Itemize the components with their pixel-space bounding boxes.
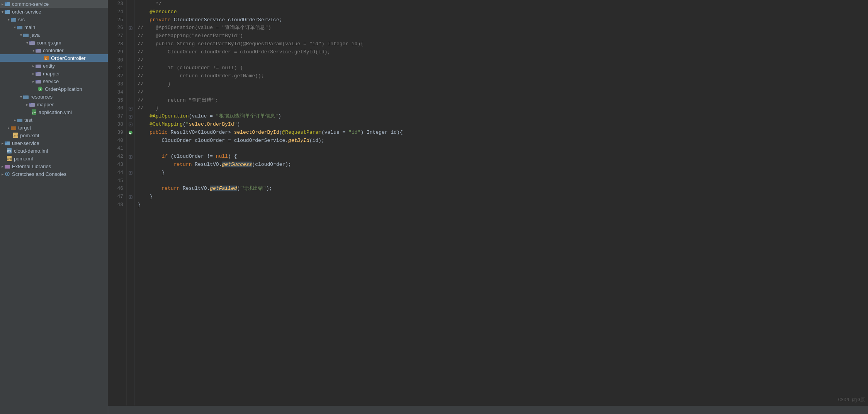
tree-item-label: OrderApplication — [45, 86, 82, 92]
code-line-42: if (cloudOrder != null) { — [138, 153, 868, 161]
gutter-24 — [127, 8, 134, 16]
gutter-38 — [127, 121, 134, 129]
gutter-28 — [127, 40, 134, 48]
tree-item-label: pom.xml — [20, 133, 39, 138]
code-line-33: // } — [138, 80, 868, 89]
gutter-35 — [127, 97, 134, 105]
tree-item-label: cloud-demo.iml — [14, 148, 48, 154]
sidebar-item-mapper2[interactable]: mapper — [0, 101, 108, 108]
gutter-44 — [127, 169, 134, 177]
line-number-45: 45 — [114, 177, 123, 185]
line-number-43: 43 — [114, 161, 123, 169]
code-content[interactable]: */ @Resource private CloudOrderService c… — [134, 0, 868, 405]
sidebar-item-ext-libraries[interactable]: External Libraries — [0, 162, 108, 170]
gutter-37 — [127, 112, 134, 121]
line-number-35: 35 — [114, 97, 123, 105]
code-line-34: // — [138, 89, 868, 97]
code-line-24: @Resource — [138, 8, 868, 16]
tree-item-label: mapper — [43, 71, 60, 77]
gutter-27 — [127, 32, 134, 40]
sidebar-item-OrderApplication[interactable]: JOrderApplication — [0, 85, 108, 93]
svg-text:yml: yml — [32, 111, 36, 114]
folder-icon — [17, 117, 23, 123]
sidebar-item-entity[interactable]: entity — [0, 62, 108, 70]
tree-item-label: contorller — [43, 48, 63, 53]
tree-item-label: OrderController — [51, 55, 86, 61]
sidebar-item-test[interactable]: test — [0, 116, 108, 124]
code-editor: 2324252627282930313233343536373839404142… — [108, 0, 868, 414]
sidebar-item-order-service[interactable]: order-service — [0, 8, 108, 15]
svg-text:J: J — [39, 88, 41, 91]
svg-rect-11 — [29, 41, 31, 42]
tree-item-label: target — [18, 125, 31, 131]
tree-item-label: test — [24, 117, 32, 123]
sidebar-item-scratches[interactable]: Scratches and Consoles — [0, 170, 108, 178]
file-tree: common-serviceorder-servicesrcmainjavaco… — [0, 0, 108, 414]
line-number-25: 25 — [114, 16, 123, 24]
folder-icon — [10, 16, 17, 22]
line-number-26: 26 — [114, 24, 123, 32]
tree-arrow — [2, 2, 3, 6]
folder-icon — [17, 24, 23, 30]
ext-icon — [4, 163, 10, 169]
sidebar-item-common-service[interactable]: common-service — [0, 0, 108, 8]
code-line-40: CloudOrder cloudOrder = cloudOrderServic… — [138, 137, 868, 145]
code-line-25: private CloudOrderService cloudOrderServ… — [138, 16, 868, 24]
code-line-27: // @GetMapping("selectPartById") — [138, 32, 868, 40]
sidebar-item-OrderController[interactable]: COrderController — [0, 54, 108, 62]
folder-res-icon — [23, 94, 29, 100]
sidebar-item-java[interactable]: java — [0, 31, 108, 39]
code-line-46: return ResultVO.getFailed("请求出错"); — [138, 185, 868, 193]
gutter-48 — [127, 201, 134, 209]
code-line-29: // CloudOrder cloudOrder = cloudOrderSer… — [138, 48, 868, 56]
tree-arrow — [26, 102, 28, 107]
gutter-47 — [127, 193, 134, 201]
line-number-33: 33 — [114, 80, 123, 89]
line-number-31: 31 — [114, 64, 123, 72]
code-line-35: // return "查询出错"; — [138, 97, 868, 105]
code-line-47: } — [138, 193, 868, 201]
sidebar-item-com.rjs.gm[interactable]: com.rjs.gm — [0, 39, 108, 46]
svg-text:C: C — [45, 57, 47, 60]
code-line-45 — [138, 177, 868, 185]
gutter-32 — [127, 72, 134, 80]
gutter: ▶ — [127, 0, 134, 405]
line-number-36: 36 — [114, 104, 123, 112]
tree-arrow — [32, 79, 34, 83]
gutter-33 — [127, 80, 134, 89]
tree-arrow — [2, 164, 3, 169]
gutter-31 — [127, 64, 134, 72]
line-number-44: 44 — [114, 169, 123, 177]
sidebar-item-service[interactable]: service — [0, 77, 108, 85]
folder-module-icon — [4, 1, 10, 7]
line-number-47: 47 — [114, 193, 123, 201]
svg-rect-5 — [11, 18, 13, 19]
svg-rect-19 — [36, 72, 37, 73]
sidebar-item-application.yml[interactable]: ymlapplication.yml — [0, 108, 108, 116]
sidebar-item-pom.xml[interactable]: xmlpom.xml — [0, 131, 108, 139]
tree-item-label: pom.xml — [14, 156, 33, 162]
folder-pkg-icon — [35, 78, 41, 84]
sidebar-item-resources[interactable]: resources — [0, 93, 108, 101]
sidebar-item-target[interactable]: target — [0, 124, 108, 131]
code-line-38: @GetMapping("selectOrderById") — [138, 121, 868, 129]
sidebar-item-mapper[interactable]: mapper — [0, 70, 108, 77]
svg-point-43 — [7, 173, 8, 175]
java-app-icon: J — [37, 86, 43, 92]
code-line-44: } — [138, 169, 868, 177]
tree-item-label: src — [18, 17, 25, 22]
sidebar-item-user-service[interactable]: user-service — [0, 139, 108, 147]
code-line-37: @ApiOperation(value = "根据id查询单个订单信息") — [138, 112, 868, 121]
sidebar-item-main[interactable]: main — [0, 23, 108, 31]
sidebar-item-pom2.xml[interactable]: xmlpom.xml — [0, 155, 108, 162]
gutter-36 — [127, 104, 134, 112]
sidebar-item-cloud-demo.iml[interactable]: imlcloud-demo.iml — [0, 147, 108, 155]
tree-item-label: main — [24, 24, 35, 30]
line-numbers: 2324252627282930313233343536373839404142… — [108, 0, 127, 405]
gutter-41 — [127, 145, 134, 153]
sidebar-item-contorller[interactable]: contorller — [0, 46, 108, 54]
folder-pkg-icon — [29, 39, 35, 46]
sidebar-item-src[interactable]: src — [0, 15, 108, 23]
tree-item-label: service — [43, 78, 59, 84]
gutter-29 — [127, 48, 134, 56]
